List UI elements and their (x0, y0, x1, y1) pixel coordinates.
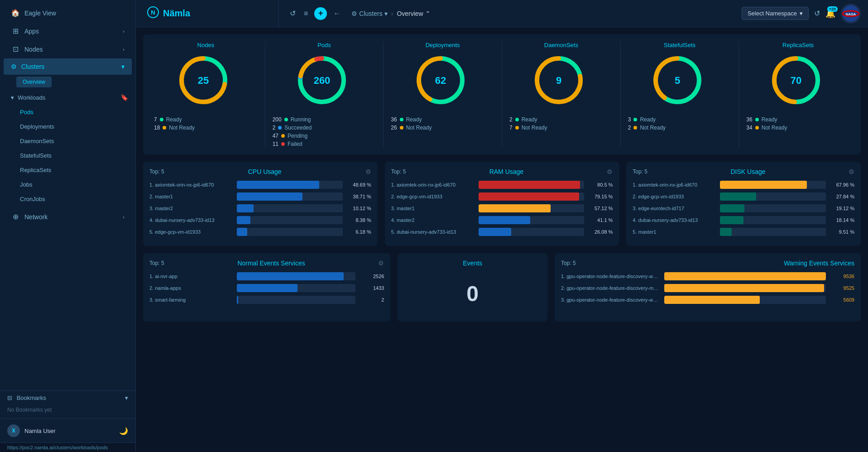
stat-label: Not Ready (522, 125, 547, 131)
back-button[interactable]: ← (331, 8, 342, 19)
workloads-header[interactable]: ▾ Workloads 🔖 (0, 90, 135, 105)
svg-text:NASA: NASA (846, 12, 856, 16)
notification-button[interactable]: 🔔 +20 (825, 9, 835, 19)
stat-value: 11 (273, 141, 278, 147)
sidebar-item-daemonsets[interactable]: DaemonSets (4, 134, 132, 148)
usage-bar-row: 2. edge-gcp-vm-id193379.15 % (391, 192, 613, 201)
sidebar-item-apps[interactable]: ⊞ Apps › (4, 22, 132, 40)
stat-label: Ready (522, 116, 537, 123)
metric-stats-replicasets: 36 Ready34 Not Ready (746, 116, 787, 131)
sidebar-workloads-label: Workloads (18, 94, 45, 101)
usage-bar-row: 1. axiomtek-orin-nx-jp6-id67080.5 % (391, 181, 613, 189)
cpu-settings-icon[interactable]: ⚙ (365, 168, 371, 175)
usage-bar-pct: 9.51 % (830, 229, 854, 235)
namespace-label: Select Namespace (748, 10, 797, 17)
sidebar-item-network[interactable]: ⊕ Network › (4, 208, 132, 226)
top-bar-right: Select Namespace ▾ ↺ 🔔 +20 NASA (742, 4, 861, 24)
bookmark-chevron-icon: ▾ (125, 394, 128, 401)
metric-stats-statefulsets: 3 Ready2 Not Ready (628, 116, 666, 131)
event-bar-row: 1. ai-nvr-app2526 (149, 272, 384, 280)
breadcrumb-separator: › (391, 10, 393, 17)
event-bar-track (237, 296, 355, 304)
stat-dot (281, 142, 285, 146)
donut-nodes: 25 (176, 53, 235, 112)
workloads-arrow-icon: ▾ (11, 94, 14, 101)
ram-top-label: Top: 5 (391, 168, 406, 175)
main-content: N Nämla ↺ ≡ + ← ⚙ Clusters ▾ › Over (136, 0, 868, 452)
chevron-down-icon: ▾ (384, 10, 388, 17)
refresh-button[interactable]: ↺ (288, 7, 297, 19)
usage-bar-fill (479, 216, 530, 224)
sidebar-item-replicasets[interactable]: ReplicaSets (4, 163, 132, 177)
app-name-label: Nämla (163, 8, 190, 19)
event-bar-label: 2. namla-apps (149, 285, 233, 291)
event-bar-label: 1. ai-nvr-app (149, 274, 233, 279)
usage-bar-fill (237, 181, 319, 189)
overview-button[interactable]: Overview (16, 77, 52, 87)
usage-bar-pct: 27.84 % (830, 194, 854, 199)
sidebar-nav: 🏠 Eagle View ⊞ Apps › ⊡ Nodes › ⚙ Cluste… (0, 0, 135, 390)
normal-events-settings-icon[interactable]: ⚙ (378, 260, 384, 267)
sidebar-item-eagle-view[interactable]: 🏠 Eagle View (4, 4, 132, 22)
svg-text:260: 260 (314, 75, 331, 86)
stat-dot (515, 118, 519, 121)
usage-bar-label: 3. master1 (391, 206, 475, 211)
sidebar-item-pods[interactable]: Pods (4, 105, 132, 119)
sidebar-item-statefulsets[interactable]: StatefulSets (4, 149, 132, 163)
svg-text:70: 70 (790, 75, 801, 86)
apps-arrow-icon: › (123, 29, 125, 34)
metric-stats-deployments: 36 Ready26 Not Ready (391, 116, 432, 131)
event-bar-fill (237, 272, 344, 280)
sidebar-item-cronjobs[interactable]: CronJobs (4, 192, 132, 206)
warning-bar-label: 2. gpu-operator-node-feature-discovery-m… (561, 285, 661, 291)
usage-bar-row: 3. master210.12 % (149, 204, 371, 212)
warning-bar-track (664, 296, 826, 304)
stat-dot (281, 134, 285, 138)
usage-bar-pct: 41.1 % (588, 217, 613, 223)
namespace-select[interactable]: Select Namespace ▾ (742, 7, 809, 20)
sidebar-deployments-label: Deployments (20, 123, 54, 130)
ram-usage-card: Top: 5 RAM Usage ⚙ 1. axiomtek-orin-nx-j… (385, 162, 619, 246)
events-card: Events 0 (398, 253, 547, 322)
overview-chevron-icon: ⌃ (425, 10, 431, 17)
cpu-usage-title: CPU Usage (248, 168, 282, 175)
sidebar-item-jobs[interactable]: Jobs (4, 178, 132, 192)
svg-text:25: 25 (198, 75, 209, 86)
stat-dot (278, 126, 282, 130)
sidebar-item-clusters[interactable]: ⚙ Clusters ▾ (4, 58, 132, 75)
usage-bar-track (237, 192, 343, 201)
stat-row: 36 Ready (746, 116, 787, 123)
usage-bar-track (479, 228, 585, 236)
list-view-button[interactable]: ≡ (302, 8, 310, 19)
breadcrumb-overview[interactable]: Overview ⌃ (397, 10, 430, 17)
sidebar-item-nodes[interactable]: ⊡ Nodes › (4, 40, 132, 58)
stat-value: 200 (273, 116, 282, 123)
donut-statefulsets: 5 (650, 53, 709, 112)
breadcrumb-clusters[interactable]: ⚙ Clusters ▾ (351, 10, 387, 17)
stat-value: 18 (154, 125, 160, 131)
sidebar-item-deployments[interactable]: Deployments (4, 120, 132, 134)
metric-card-deployments: Deployments6236 Ready26 Not Ready (387, 42, 498, 147)
metrics-row: Nodes257 Ready18 Not ReadyPods260200 Run… (143, 34, 861, 154)
bottom-section: Top: 5 Normal Events Services ⚙ 1. ai-nv… (143, 253, 861, 322)
usage-bar-row: 3. edge-eurotech-id71719.12 % (633, 204, 854, 212)
notification-badge: +20 (827, 6, 838, 12)
theme-toggle-icon[interactable]: 🌙 (119, 427, 128, 435)
add-button[interactable]: + (314, 7, 327, 20)
stat-label: Ready (762, 116, 777, 123)
usage-bar-pct: 10.12 % (346, 206, 371, 211)
stat-row: 34 Not Ready (746, 125, 787, 131)
usage-bar-track (720, 228, 826, 236)
disk-usage-card: Top: 5 DISK Usage ⚙ 1. axiomtek-orin-nx-… (626, 162, 861, 246)
usage-bar-fill (479, 204, 551, 212)
disk-settings-icon[interactable]: ⚙ (849, 168, 854, 175)
top-refresh-button[interactable]: ↺ (814, 9, 820, 18)
sidebar: 🏠 Eagle View ⊞ Apps › ⊡ Nodes › ⚙ Cluste… (0, 0, 136, 452)
usage-bar-label: 5. dubai-nursery-adv733-id13 (391, 229, 475, 235)
usage-bar-row: 4. dubai-nursery-adv733-id1318.14 % (633, 216, 854, 224)
usage-bar-label: 4. master2 (391, 217, 475, 223)
ram-settings-icon[interactable]: ⚙ (607, 168, 613, 175)
donut-daemonsets: 9 (532, 53, 590, 112)
logo-icon: N (147, 6, 159, 21)
usage-bar-row: 1. axiomtek-orin-nx-jp6-id67067.96 % (633, 181, 854, 189)
